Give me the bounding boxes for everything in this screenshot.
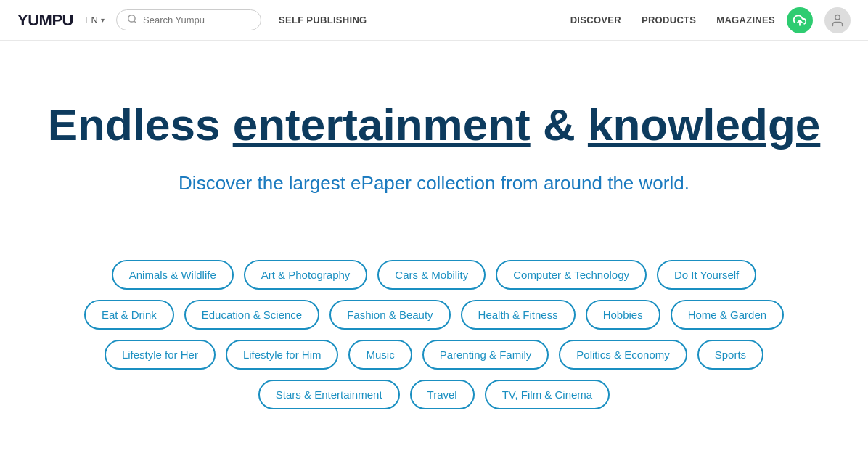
- user-avatar[interactable]: [824, 7, 851, 33]
- hero-entertainment-link[interactable]: entertainment: [233, 99, 531, 150]
- category-pill-health-fitness[interactable]: Health & Fitness: [461, 300, 576, 330]
- lang-label: EN: [85, 15, 98, 25]
- hero-title-start: Endless: [48, 99, 233, 150]
- nav-link-products[interactable]: PRODUCTS: [642, 15, 696, 25]
- chevron-down-icon: ▾: [101, 16, 105, 24]
- nav-link-discover[interactable]: DISCOVER: [570, 15, 621, 25]
- category-pill-education-science[interactable]: Education & Science: [184, 300, 319, 330]
- category-pill-sports[interactable]: Sports: [697, 340, 763, 370]
- category-pill-travel[interactable]: Travel: [410, 380, 475, 409]
- category-pill-art-photography[interactable]: Art & Photography: [244, 260, 368, 290]
- category-pill-lifestyle-for-him[interactable]: Lifestyle for Him: [226, 340, 339, 370]
- lang-selector[interactable]: EN ▾: [85, 15, 105, 25]
- hero-title-mid: &: [531, 99, 588, 150]
- hero-subtitle: Discover the largest ePaper collection f…: [17, 172, 851, 195]
- hero-title: Endless entertainment & knowledge: [17, 99, 851, 150]
- category-pill-parenting-family[interactable]: Parenting & Family: [422, 340, 549, 370]
- category-pill-music[interactable]: Music: [348, 340, 412, 370]
- category-pill-stars-entertainment[interactable]: Stars & Entertainment: [258, 380, 400, 409]
- search-icon: [127, 14, 137, 26]
- categories-container: Animals & WildlifeArt & PhotographyCars …: [35, 260, 833, 439]
- nav-link-magazines[interactable]: MAGAZINES: [716, 15, 775, 25]
- search-bar: [116, 9, 261, 30]
- category-pill-eat-drink[interactable]: Eat & Drink: [84, 300, 174, 330]
- logo[interactable]: YUMPU: [17, 11, 73, 30]
- category-pill-home-garden[interactable]: Home & Garden: [671, 300, 784, 330]
- category-pill-animals-wildlife[interactable]: Animals & Wildlife: [112, 260, 234, 290]
- self-publishing-link[interactable]: SELF PUBLISHING: [279, 15, 367, 25]
- search-input[interactable]: [143, 15, 250, 25]
- category-pill-fashion-beauty[interactable]: Fashion & Beauty: [329, 300, 450, 330]
- category-pill-tv-film-cinema[interactable]: TV, Film & Cinema: [485, 380, 610, 409]
- category-pill-politics-economy[interactable]: Politics & Economy: [559, 340, 687, 370]
- nav-links: DISCOVER PRODUCTS MAGAZINES: [570, 15, 775, 25]
- hero-section: Endless entertainment & knowledge Discov…: [0, 41, 868, 260]
- svg-point-3: [835, 15, 840, 20]
- navbar: YUMPU EN ▾ SELF PUBLISHING DISCOVER PROD…: [0, 0, 868, 41]
- hero-knowledge-link[interactable]: knowledge: [588, 99, 820, 150]
- upload-button[interactable]: [787, 7, 813, 33]
- category-pill-lifestyle-for-her[interactable]: Lifestyle for Her: [105, 340, 216, 370]
- category-pill-hobbies[interactable]: Hobbies: [586, 300, 660, 330]
- category-pill-computer-technology[interactable]: Computer & Technology: [496, 260, 647, 290]
- category-pill-do-it-yourself[interactable]: Do It Yourself: [657, 260, 756, 290]
- svg-line-1: [134, 21, 136, 23]
- category-pill-cars-mobility[interactable]: Cars & Mobility: [377, 260, 486, 290]
